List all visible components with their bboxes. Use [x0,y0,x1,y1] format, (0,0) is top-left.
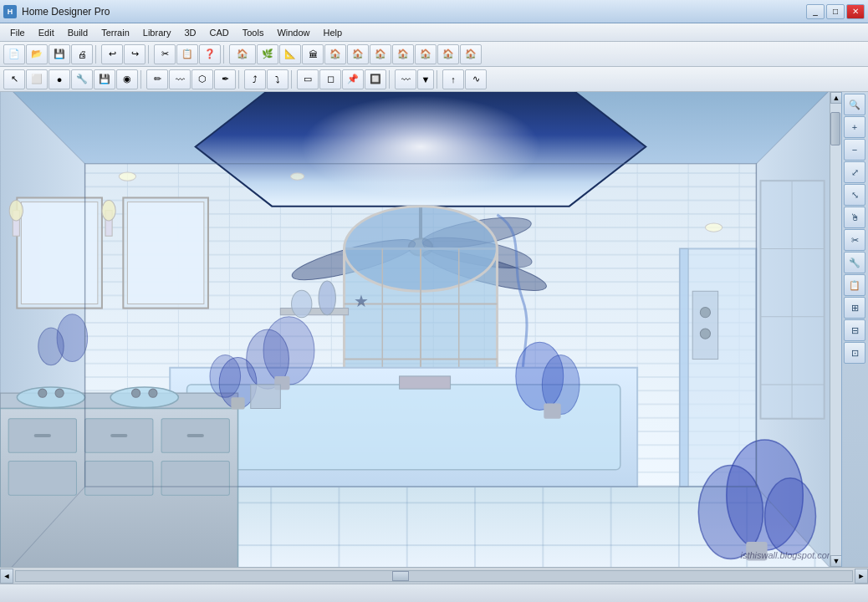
arrow-up[interactable]: ↑ [442,69,464,89]
hex-btn[interactable]: ⬡ [191,69,213,89]
print-button[interactable]: 🖨 [71,44,93,64]
sep3 [223,45,227,64]
status-bar [0,584,868,602]
sep4 [140,70,144,89]
menu-library[interactable]: Library [136,26,178,39]
sep6 [291,70,294,89]
pen-btn[interactable]: ✒ [214,69,236,89]
build-btn3[interactable]: 🏠 [347,44,369,64]
menu-tools[interactable]: Tools [236,26,271,39]
scroll-left-button[interactable]: ◄ [0,569,13,584]
scroll-thumb-v[interactable] [830,112,840,145]
build-btn2[interactable]: 🏠 [324,44,346,64]
rp-grid2-btn[interactable]: ⊟ [844,319,865,341]
scroll-thumb-h[interactable] [392,571,409,581]
build-btn4[interactable]: 🏠 [370,44,391,64]
svg-text:★: ★ [354,292,369,310]
dim-btn[interactable]: ▭ [297,69,319,89]
open-button[interactable]: 📂 [26,44,48,64]
scroll-track-v[interactable] [830,104,841,555]
pin-btn[interactable]: 📌 [342,69,364,89]
arc2-btn[interactable]: ⤵ [267,69,288,89]
tool-btn1[interactable]: 🔧 [71,69,93,89]
svg-point-73 [38,328,64,365]
svg-point-78 [38,389,47,397]
terrain-btn[interactable]: 🌿 [257,44,278,64]
title-left: H Home Designer Pro [3,5,110,18]
menu-edit[interactable]: Edit [32,26,61,39]
rp-zoom-btn[interactable]: 🔍 [844,94,865,115]
redo-button[interactable]: ↪ [124,44,146,64]
scrollbar-right[interactable]: ▲ ▼ [830,92,841,567]
arc-btn[interactable]: ⤴ [244,69,266,89]
rp-minus-btn[interactable]: − [844,139,865,161]
menu-file[interactable]: File [3,26,32,39]
bottom-scrollbar[interactable]: ◄ ► [0,567,868,584]
svg-point-58 [319,281,335,315]
rp-mouse-btn[interactable]: 🖱 [844,207,865,228]
rp-cut-btn[interactable]: ✂ [844,229,865,251]
close-button[interactable]: ✕ [846,4,865,19]
sep1 [95,45,99,64]
svg-rect-64 [680,248,688,487]
dim2-btn[interactable]: ◻ [319,69,341,89]
canvas-area[interactable]: ★ [0,92,841,567]
rp-fit-btn[interactable]: ⤢ [844,161,865,183]
svg-point-66 [700,308,710,318]
tb5-btn[interactable]: ❓ [199,44,221,64]
svg-rect-65 [692,291,717,359]
menu-3d[interactable]: 3D [177,26,202,39]
build-btn5[interactable]: 🏠 [392,44,414,64]
room-scene-svg: ★ [0,92,841,567]
rp-tool-btn[interactable]: 🔧 [844,252,865,273]
right-panel: 🔍 + − ⤢ ⤡ 🖱 ✂ 🔧 📋 ⊞ ⊟ ⊡ [841,92,868,567]
svg-rect-56 [280,309,348,315]
scroll-track-h[interactable] [15,570,853,582]
tb4-btn[interactable]: 📋 [176,44,198,64]
rp-grid3-btn[interactable]: ⊡ [844,342,865,364]
select-btn[interactable]: ↖ [3,69,25,89]
build-btn8[interactable]: 🏠 [460,44,482,64]
scroll-right-button[interactable]: ► [855,569,868,584]
pencil-btn[interactable]: ✏ [146,69,168,89]
rp-full-btn[interactable]: ⤡ [844,184,865,206]
undo-button[interactable]: ↩ [101,44,123,64]
wave2-btn[interactable]: ∿ [465,69,487,89]
scroll-up-button[interactable]: ▲ [830,92,841,104]
tool-btn2[interactable]: 💾 [94,69,115,89]
rp-plus-btn[interactable]: + [844,116,865,138]
floor-btn[interactable]: 📐 [279,44,301,64]
rect-btn[interactable]: ⬜ [26,69,48,89]
app-title: Home Designer Pro [22,6,110,18]
wave-btn[interactable]: 〰 [395,69,416,89]
grid-btn[interactable]: 🔲 [365,69,386,89]
title-bar: H Home Designer Pro _ □ ✕ [0,0,868,23]
menu-build[interactable]: Build [61,26,94,39]
circle-btn[interactable]: ● [49,69,70,89]
svg-point-57 [292,290,312,318]
tb3-btn[interactable]: ✂ [154,44,176,64]
rp-grid1-btn[interactable]: ⊞ [844,297,865,319]
save-button[interactable]: 💾 [49,44,70,64]
svg-point-54 [210,355,241,397]
restore-button[interactable]: □ [826,4,845,19]
menu-window[interactable]: Window [270,26,316,39]
minimize-button[interactable]: _ [806,4,825,19]
line-btn[interactable]: 〰 [169,69,191,89]
scroll-down-button[interactable]: ▼ [830,555,841,567]
tool-btn3[interactable]: ◉ [116,69,138,89]
menu-terrain[interactable]: Terrain [94,26,136,39]
svg-rect-33 [21,202,97,304]
svg-point-39 [102,201,115,221]
svg-point-14 [302,96,540,198]
menu-cad[interactable]: CAD [202,26,235,39]
new-button[interactable]: 📄 [3,44,25,64]
build-btn1[interactable]: 🏛 [302,44,324,64]
svg-rect-52 [187,434,204,437]
menu-help[interactable]: Help [317,26,350,39]
build-btn6[interactable]: 🏠 [415,44,437,64]
house-btn[interactable]: 🏠 [229,44,256,64]
arrow-dn[interactable]: ▼ [417,69,434,89]
build-btn7[interactable]: 🏠 [437,44,459,64]
rp-copy-btn[interactable]: 📋 [844,274,865,296]
